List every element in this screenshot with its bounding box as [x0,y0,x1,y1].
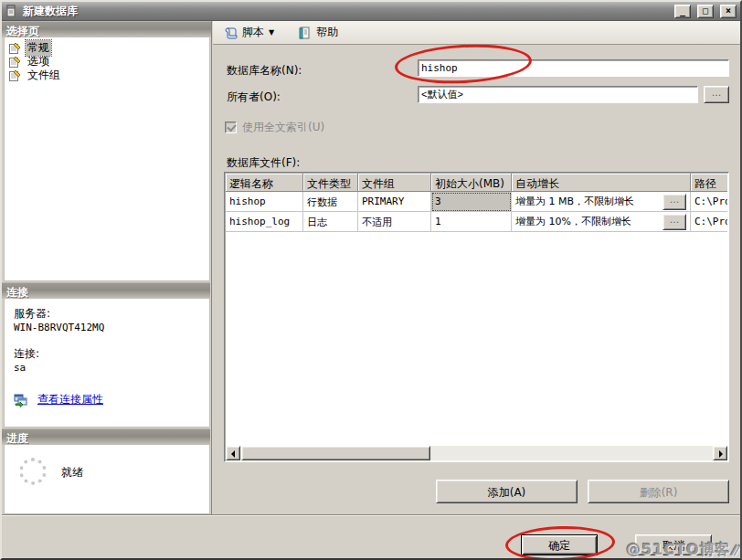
page-icon [8,69,21,82]
script-button[interactable]: 脚本 ▼ [220,23,278,42]
connection-panel: 服务器: WIN-B8RVQT412MQ 连接: sa 查看连接属性 [4,299,210,428]
database-files-grid: 逻辑名称 文件类型 文件组 初始大小(MB) 自动增长 路径 hishop 行数… [224,172,729,462]
cell-initial-size[interactable]: 3 [431,192,512,212]
owner-label: 所有者(O): [227,90,281,105]
title-bar: 新建数据库 _ □ × [2,2,740,21]
owner-browse-button[interactable]: ... [704,86,729,103]
autogrowth-browse-button[interactable]: ... [662,194,686,210]
scroll-right-button[interactable] [713,446,727,460]
ok-button[interactable]: 确定 [521,534,598,555]
scrollbar-thumb[interactable] [241,446,430,460]
owner-input[interactable] [418,86,698,103]
cell-file-type[interactable]: 日志 [303,212,358,232]
progress-spinner-icon [19,458,47,485]
cell-filegroup[interactable]: PRIMARY [358,192,431,212]
cell-autogrowth[interactable]: 增量为 1 MB，不限制增长 ... [512,192,691,212]
cell-logical-name[interactable]: hishop_log [226,212,303,232]
progress-panel: 就绪 [4,445,210,514]
pages-list: 常规 选项 文件组 [4,37,210,281]
sidebar-item-options[interactable]: 选项 [6,55,207,69]
col-header-logical-name[interactable]: 逻辑名称 [226,174,303,192]
autogrowth-browse-button[interactable]: ... [662,214,686,230]
col-header-file-type[interactable]: 文件类型 [303,174,358,192]
grid-header-row: 逻辑名称 文件类型 文件组 初始大小(MB) 自动增长 路径 [226,174,727,192]
col-header-filegroup[interactable]: 文件组 [358,174,431,192]
add-button[interactable]: 添加(A) [436,480,578,503]
watermark-slashes: // [731,543,737,557]
db-name-input[interactable] [418,59,729,77]
cell-initial-size[interactable]: 1 [431,212,512,232]
col-header-path[interactable]: 路径 [691,174,727,192]
watermark: @51CTO博客// [626,541,737,560]
dialog-icon [5,5,18,17]
connection-header: 连接 [2,282,210,299]
watermark-text: @51CTO博客 [626,541,731,558]
view-connection-properties-link[interactable]: 查看连接属性 [37,392,103,407]
autogrowth-text: 增量为 10%，不限制增长 [515,215,631,228]
close-button[interactable]: × [720,5,737,18]
sidebar-item-general[interactable]: 常规 [6,41,207,55]
help-label: 帮助 [316,25,338,40]
cell-logical-name[interactable]: hishop [226,192,303,212]
sidebar: 选择页 常规 选项 [2,21,212,514]
server-value: WIN-B8RVQT412MQ [14,322,200,333]
db-files-label: 数据库文件(F): [227,155,300,171]
new-database-dialog: 新建数据库 _ □ × 选择页 常规 [0,0,742,560]
progress-header: 进度 [2,428,210,445]
window-title: 新建数据库 [23,4,668,19]
page-icon [8,42,21,55]
cell-file-type[interactable]: 行数据 [303,192,358,212]
fulltext-checkbox[interactable] [225,122,237,133]
db-name-label: 数据库名称(N): [227,63,302,79]
page-icon [8,56,21,69]
horizontal-scrollbar[interactable] [226,446,727,460]
fulltext-label: 使用全文索引(U) [242,120,324,135]
main-pane: 脚本 ▼ 帮助 数据库名称(N): 所有者(O): ... 使用全文索 [213,21,740,514]
minimize-button[interactable]: _ [674,5,691,18]
table-row: hishop 行数据 PRIMARY 3 增量为 1 MB，不限制增长 ... … [226,192,727,212]
maximize-button[interactable]: □ [697,5,714,18]
help-button[interactable]: 帮助 [294,23,342,42]
server-label: 服务器: [14,306,200,322]
chevron-down-icon: ▼ [269,28,274,37]
toolbar: 脚本 ▼ 帮助 [213,21,740,45]
cell-filegroup[interactable]: 不适用 [358,212,431,232]
remove-button[interactable]: 删除(R) [588,480,729,503]
connection-properties-icon [14,393,28,407]
script-label: 脚本 [242,25,264,40]
connection-label: 连接: [14,346,200,362]
select-page-header: 选择页 [2,21,211,37]
autogrowth-text: 增量为 1 MB，不限制增长 [515,195,634,208]
cell-path[interactable]: C:\Prog [691,212,727,232]
scroll-left-button[interactable] [226,446,240,460]
connection-value: sa [14,362,200,374]
sidebar-item-label: 文件组 [26,68,62,83]
table-row: hishop_log 日志 不适用 1 增量为 10%，不限制增长 ... C:… [226,212,727,232]
fulltext-row: 使用全文索引(U) [225,120,324,135]
cell-autogrowth[interactable]: 增量为 10%，不限制增长 ... [512,212,691,232]
script-icon [224,26,238,40]
col-header-initial-size[interactable]: 初始大小(MB) [431,174,512,192]
cell-path[interactable]: C:\Prog [691,192,727,212]
col-header-autogrowth[interactable]: 自动增长 [512,174,691,192]
sidebar-item-filegroups[interactable]: 文件组 [6,69,207,82]
progress-status: 就绪 [61,465,83,481]
help-icon [298,26,313,40]
grid-viewport: 逻辑名称 文件类型 文件组 初始大小(MB) 自动增长 路径 hishop 行数… [226,174,727,446]
